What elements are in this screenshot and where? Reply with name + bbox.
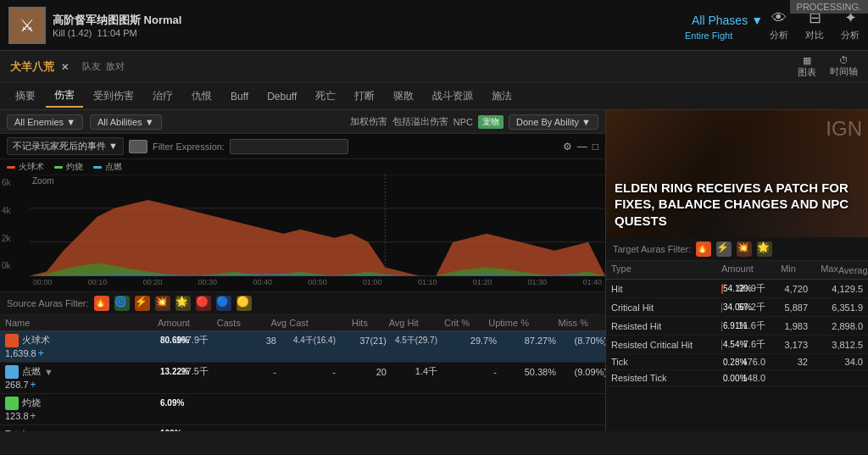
aura-icon-2[interactable]: 🌀 bbox=[114, 296, 130, 311]
chart-x-labels: 00:00 00:10 00:20 00:30 00:40 00:50 01:0… bbox=[30, 276, 605, 291]
crit-bar: 34.06% bbox=[721, 302, 723, 313]
popup-row-resisted-tick: Resisted Tick 0.00% 148.0 bbox=[606, 370, 868, 386]
resisted-tick-bar: 0.00% bbox=[721, 373, 723, 383]
data-table: Name Amount Casts Avg Cast Hits Avg Hit … bbox=[0, 315, 605, 432]
player-name[interactable]: 犬羊八荒 ✕ bbox=[10, 59, 69, 75]
friend-label: 队友 敌对 bbox=[82, 60, 125, 73]
weighted-dmg-label: 加权伤害 bbox=[350, 115, 387, 128]
overflow-dmg-label: 包括溢出伤害 bbox=[392, 115, 448, 128]
scorch-dps: 123.8 + bbox=[5, 410, 158, 422]
tab-damage[interactable]: 伤害 bbox=[46, 85, 83, 108]
popup-row-resisted-crit: Resisted Critical Hit 4.54% 7.6千 3,173 3… bbox=[606, 336, 868, 354]
ignite-dot bbox=[54, 166, 63, 169]
popup-row-hit: Hit 54.12% 90.9千 4,720 4,129.5 bbox=[606, 280, 868, 298]
target-aura-icon-3[interactable]: 💥 bbox=[737, 241, 752, 257]
resisted-crit-bar: 4.54% bbox=[721, 340, 723, 350]
ignite-icon bbox=[5, 365, 19, 379]
table-header: Name Amount Casts Avg Cast Hits Avg Hit … bbox=[0, 315, 605, 331]
aura-icon-1[interactable]: 🔥 bbox=[94, 296, 109, 311]
ignite-expand-btn[interactable]: + bbox=[31, 379, 36, 391]
tab-debuff[interactable]: Debuff bbox=[259, 87, 305, 106]
tab-interrupt[interactable]: 打断 bbox=[346, 86, 383, 107]
popup-header: Type Amount Min Max Average CSV bbox=[606, 261, 868, 280]
close-player-btn[interactable]: ✕ bbox=[61, 62, 69, 72]
target-aura-icon-2[interactable]: ⚡ bbox=[716, 241, 732, 257]
chart-header-icons: ⚙ — □ bbox=[563, 141, 598, 153]
done-by-ability-btn[interactable]: Done By Ability ▼ bbox=[509, 114, 598, 130]
fireball-expand-btn[interactable]: + bbox=[38, 347, 44, 359]
maximize-icon[interactable]: □ bbox=[593, 141, 598, 153]
filter-bar: All Enemies ▼ All Abilities ▼ 加权伤害 包括溢出伤… bbox=[0, 110, 605, 134]
aura-icon-5[interactable]: 🌟 bbox=[175, 296, 191, 311]
chart-icon: ▦ bbox=[803, 55, 811, 66]
popup-row-tick: Tick 0.28% 476.0 32 34.0 bbox=[606, 354, 868, 370]
pet-badge[interactable]: 宠物 bbox=[478, 115, 504, 129]
hit-bar: 54.12% bbox=[721, 284, 723, 294]
second-bar-icons: ▦ 图表 ⏱ 时间轴 bbox=[798, 55, 858, 79]
minimize-icon[interactable]: — bbox=[577, 141, 587, 153]
all-enemies-btn[interactable]: All Enemies ▼ bbox=[7, 114, 83, 130]
row-name-scorch: 灼烧 bbox=[5, 397, 158, 410]
main-content: All Enemies ▼ All Abilities ▼ 加权伤害 包括溢出伤… bbox=[0, 110, 868, 431]
table-row[interactable]: 点燃 ▼ 13.22% 27.5千 - - 20 1.4千 - 50.38% (… bbox=[0, 363, 605, 394]
legend-fireball: 火球术 bbox=[7, 161, 44, 173]
popup-table: Type Amount Min Max Average CSV Hit 54.1… bbox=[606, 261, 868, 431]
time-icon-btn[interactable]: ⏱ 时间轴 bbox=[830, 55, 858, 79]
eye-icon-btn[interactable]: 👁 分析 bbox=[770, 9, 788, 42]
aura-icon-4[interactable]: 💥 bbox=[155, 296, 170, 311]
npc-label: NPC bbox=[453, 117, 473, 127]
ad-text: ELDEN RING RECEIVES A PATCH FOR FIXES, B… bbox=[615, 180, 860, 230]
boss-text: 高阶督军纳图图斯 Normal Kill (1.42) 11:04 PM bbox=[53, 13, 181, 38]
boss-kill: Kill (1.42) 11:04 PM bbox=[53, 28, 181, 38]
resisted-bar: 6.91% bbox=[721, 321, 723, 331]
tab-threat[interactable]: 仇恨 bbox=[183, 86, 220, 107]
all-abilities-btn[interactable]: All Abilities ▼ bbox=[90, 114, 162, 130]
source-auras-row: Source Auras Filter: 🔥 🌀 ⚡ 💥 🌟 🔴 🔵 🟡 bbox=[0, 291, 605, 315]
scorch-icon bbox=[5, 397, 19, 410]
filter-expr-label: Filter Expression: bbox=[153, 141, 225, 152]
tab-death[interactable]: 死亡 bbox=[307, 86, 344, 107]
zoom-label: Zoom bbox=[32, 176, 54, 186]
popup-header-avg: Average CSV bbox=[838, 264, 868, 276]
phases-section: All Phases ▼ Entire Fight bbox=[685, 10, 770, 41]
aura-icon-3[interactable]: ⚡ bbox=[135, 296, 150, 311]
phases-button[interactable]: All Phases ▼ bbox=[685, 10, 770, 31]
aura-icon-6[interactable]: 🔴 bbox=[196, 296, 211, 311]
chart-legend: 火球术 灼烧 点燃 bbox=[0, 159, 605, 175]
chart-area: 6k 4k 2k 0k 00:00 bbox=[0, 175, 605, 291]
tab-buff[interactable]: Buff bbox=[222, 87, 257, 106]
time-icon: ⏱ bbox=[839, 55, 849, 65]
svg-marker-4 bbox=[30, 200, 605, 276]
chart-y-labels: 6k 4k 2k 0k bbox=[0, 175, 30, 275]
boss-info: ⚔ 高阶督军纳图图斯 Normal Kill (1.42) 11:04 PM bbox=[8, 7, 668, 44]
aura-icon-7[interactable]: 🔵 bbox=[216, 296, 231, 311]
table-row[interactable]: 火球术 80.69% 167.9千 38 4.4千(16.4) 37(21) 4… bbox=[0, 331, 605, 363]
tab-dispel[interactable]: 驱散 bbox=[385, 86, 422, 107]
ad-banner[interactable]: IGN ELDEN RING RECEIVES A PATCH FOR FIXE… bbox=[606, 110, 868, 237]
table-row-total: Total 100% 2,032.2 bbox=[0, 425, 605, 432]
target-aura-icon-4[interactable]: 🌟 bbox=[757, 241, 772, 257]
right-panel: IGN ELDEN RING RECEIVES A PATCH FOR FIXE… bbox=[605, 110, 868, 431]
tab-resources[interactable]: 战斗资源 bbox=[424, 86, 481, 107]
table-row[interactable]: 灼烧 6.09% 123.8 + bbox=[0, 394, 605, 425]
settings-icon[interactable]: ⚙ bbox=[563, 141, 572, 153]
source-auras-label: Source Auras Filter: bbox=[7, 298, 89, 308]
processing-bar: PROCESSING. bbox=[790, 0, 868, 14]
tab-summary[interactable]: 摘要 bbox=[7, 86, 44, 107]
filter-expression-input[interactable] bbox=[230, 139, 348, 154]
event-filter-btn[interactable]: 不记录玩家死后的事件 ▼ bbox=[7, 137, 124, 155]
scorch-dot bbox=[93, 166, 102, 169]
left-panel: All Enemies ▼ All Abilities ▼ 加权伤害 包括溢出伤… bbox=[0, 110, 605, 431]
tab-heal[interactable]: 治疗 bbox=[144, 86, 181, 107]
legend-scorch: 点燃 bbox=[93, 161, 122, 173]
row-name-total: Total bbox=[5, 429, 158, 432]
tab-cast[interactable]: 施法 bbox=[483, 86, 520, 107]
popup-row-resisted: Resisted Hit 6.91% 11.6千 1,983 2,898.0 bbox=[606, 317, 868, 336]
target-aura-icon-1[interactable]: 🔥 bbox=[696, 241, 711, 257]
ignite-dropdown[interactable]: ▼ bbox=[44, 367, 53, 377]
chart-icon-btn[interactable]: ▦ 图表 bbox=[798, 55, 816, 79]
fireball-icon bbox=[5, 334, 19, 347]
tab-damage-taken[interactable]: 受到伤害 bbox=[85, 86, 142, 107]
scorch-expand-btn[interactable]: + bbox=[31, 410, 36, 422]
aura-icon-8[interactable]: 🟡 bbox=[236, 296, 252, 311]
